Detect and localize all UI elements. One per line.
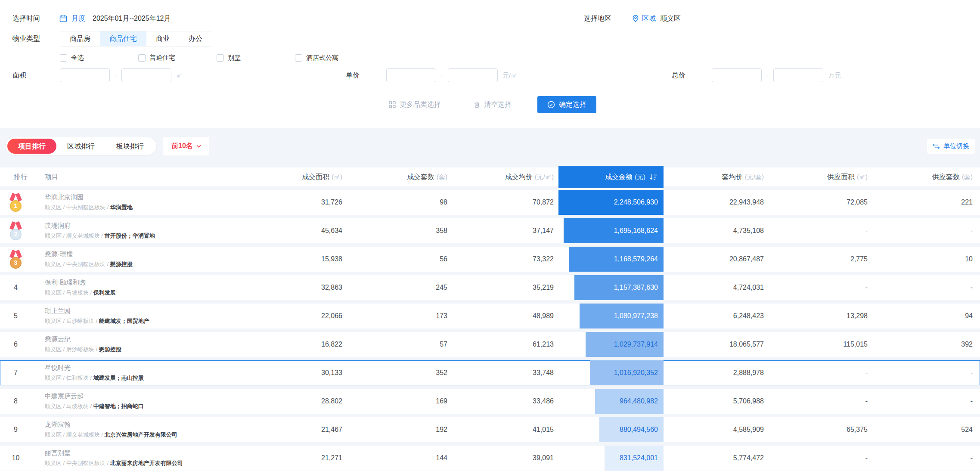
- grid-icon: [389, 101, 396, 108]
- cell-deal-avg-price: 33,486: [447, 397, 558, 405]
- total-price-max-input[interactable]: [773, 68, 823, 82]
- project-developer: 北京丽来房地产开发有限公司: [110, 460, 183, 466]
- cell-deal-amount: 964,480,982: [558, 389, 664, 414]
- project-name: 璞瑅润府: [45, 222, 235, 230]
- location-pin-icon[interactable]: [632, 15, 639, 22]
- unit-switch-button[interactable]: 单位切换: [927, 139, 975, 154]
- cell-deal-avg-price: 73,322: [447, 255, 558, 263]
- rank-number: 10: [10, 454, 22, 462]
- top-n-dropdown[interactable]: 前10名: [163, 137, 209, 155]
- checkbox-label: 别墅: [228, 54, 241, 62]
- table-row[interactable]: 2 2 璞瑅润府 顺义区 / 顺义老城板块 / 首开股份；华润置地 45,634…: [0, 218, 980, 243]
- deal-amount-value: 1,157,387,630: [614, 284, 658, 291]
- table-row[interactable]: 4 4 保利·颐璟和煦 顺义区 / 马坡板块 / 保利发展 32,863 245…: [0, 275, 980, 300]
- time-mode-selector[interactable]: 月度: [71, 14, 85, 23]
- swap-arrows-icon: [933, 143, 940, 149]
- cell-supply-units: -: [868, 454, 980, 462]
- table-row[interactable]: 1 1 华润北京润园 顺义区 / 中央别墅区板块 / 华润置地 31,726 9…: [0, 190, 980, 215]
- project-location: 顺义区 / 顺义老城板块 /: [45, 232, 103, 239]
- property-checkbox-1[interactable]: 普通住宅: [138, 54, 217, 62]
- property-checkbox-3[interactable]: 酒店式公寓: [295, 54, 373, 62]
- checkbox-icon[interactable]: [138, 54, 146, 62]
- area-max-input[interactable]: [121, 68, 171, 82]
- property-type-row: 物业类型 商品房商品住宅商业办公: [0, 31, 980, 46]
- project-location: 顺义区 / 中央别墅区板块 /: [45, 460, 109, 466]
- gold-medal-icon: 1: [10, 193, 22, 212]
- property-checkbox-group: 全选普通住宅别墅酒店式公寓: [60, 53, 980, 63]
- table-row[interactable]: 8 8 中建宸庐云起 顺义区 / 马坡板块 / 中建智地；招商蛇口 28,802…: [0, 389, 980, 414]
- cell-avg-total-price: 6,248,423: [664, 312, 764, 320]
- clear-selection-label: 清空选择: [484, 100, 512, 109]
- more-categories-button[interactable]: 更多品类选择: [389, 98, 441, 112]
- property-type-tab-1[interactable]: 商品住宅: [100, 31, 146, 46]
- region-filter-group: 选择地区 区域 顺义区: [584, 11, 681, 26]
- checkbox-icon[interactable]: [295, 54, 302, 62]
- table-row[interactable]: 3 3 懋源·璟樘 顺义区 / 中央别墅区板块 / 懋源控股 15,938 56…: [0, 247, 980, 272]
- table-body: 1 1 华润北京润园 顺义区 / 中央别墅区板块 / 华润置地 31,726 9…: [0, 190, 980, 471]
- cell-deal-avg-price: 41,015: [447, 426, 558, 434]
- property-checkbox-0[interactable]: 全选: [60, 54, 138, 62]
- cell-deal-amount: 1,157,387,630: [558, 275, 664, 300]
- rank-number: 6: [10, 341, 22, 348]
- property-type-tab-0[interactable]: 商品房: [60, 31, 100, 46]
- cell-deal-units: 56: [342, 255, 447, 263]
- deal-amount-value: 1,080,977,238: [614, 312, 658, 320]
- clear-selection-button[interactable]: 清空选择: [474, 98, 512, 112]
- cell-deal-units: 57: [342, 341, 447, 348]
- chevron-down-icon: [196, 145, 201, 148]
- ranking-tab-1[interactable]: 区域排行: [56, 139, 105, 154]
- project-name: 懋源·璟樘: [45, 250, 235, 258]
- cell-deal-area: 22,066: [235, 312, 342, 320]
- ranking-tab-0[interactable]: 项目排行: [7, 139, 56, 154]
- deal-amount-value: 1,029,737,914: [614, 341, 658, 348]
- cell-avg-total-price: 4,735,108: [664, 227, 764, 235]
- unit-price-unit-label: 元/㎡: [502, 71, 517, 80]
- cell-avg-total-price: 20,867,487: [664, 255, 764, 263]
- project-name: 懋源云纪: [45, 335, 235, 344]
- table-row[interactable]: 9 9 龙湖宸翰 顺义区 / 顺义老城板块 / 北京兴竺房地产开发有限公司 21…: [0, 417, 980, 442]
- rank-number: 8: [10, 397, 22, 405]
- region-scope-selector[interactable]: 区域: [642, 14, 656, 23]
- area-min-input[interactable]: [60, 68, 110, 82]
- total-price-min-input[interactable]: [712, 68, 762, 82]
- table-row[interactable]: 7 7 星悦时光 顺义区 / 仁和板块 / 城建发展；南山控股 30,133 3…: [0, 360, 980, 385]
- total-price-range-group: 总价 - 万元: [672, 68, 841, 83]
- cell-avg-total-price: 22,943,948: [664, 198, 764, 206]
- table-row[interactable]: 5 5 璟上兰园 顺义区 / 后沙峪板块 / 能建城发；国贸地产 22,066 …: [0, 304, 980, 328]
- col-header-deal-amount-sorted[interactable]: 成交金额(元): [558, 166, 664, 188]
- checkbox-icon[interactable]: [217, 54, 224, 62]
- cell-supply-area: -: [764, 284, 868, 291]
- cell-deal-avg-price: 48,989: [447, 312, 558, 320]
- cell-supply-units: 524: [868, 426, 980, 434]
- table-row[interactable]: 10 10 丽宫别墅 顺义区 / 中央别墅区板块 / 北京丽来房地产开发有限公司…: [0, 446, 980, 471]
- col-header-project: 项目: [43, 173, 235, 182]
- cell-deal-units: 352: [342, 369, 447, 377]
- property-checkbox-2[interactable]: 别墅: [217, 54, 295, 62]
- project-name: 龙湖宸翰: [45, 421, 235, 429]
- property-type-tab-3[interactable]: 办公: [179, 31, 212, 46]
- property-type-tab-2[interactable]: 商业: [146, 31, 179, 46]
- project-location: 顺义区 / 仁和板块 /: [45, 375, 92, 381]
- ranking-tab-2[interactable]: 板块排行: [105, 139, 155, 154]
- calendar-icon[interactable]: [59, 15, 67, 22]
- time-range-value[interactable]: 2025年01月--2025年12月: [93, 14, 171, 23]
- time-filter-label: 选择时间: [12, 14, 46, 23]
- confirm-selection-button[interactable]: 确定选择: [537, 96, 596, 113]
- project-developer: 华润置地: [110, 204, 133, 211]
- unit-price-range-group: 单价 - 元/㎡: [346, 68, 517, 83]
- project-name: 华润北京润园: [45, 193, 235, 201]
- unit-price-max-input[interactable]: [448, 68, 498, 82]
- rank-number: 9: [10, 426, 22, 434]
- project-location: 顺义区 / 后沙峪板块 /: [45, 346, 97, 353]
- cell-avg-total-price: 4,724,031: [664, 284, 764, 291]
- unit-price-min-input[interactable]: [386, 68, 436, 82]
- checkbox-icon[interactable]: [60, 54, 67, 62]
- cell-deal-amount: 1,016,920,352: [558, 360, 664, 385]
- deal-amount-bar: 2,248,506,930: [558, 190, 664, 215]
- cell-deal-area: 32,863: [235, 284, 342, 291]
- region-value[interactable]: 顺义区: [660, 14, 681, 23]
- project-developer: 北京兴竺房地产开发有限公司: [105, 431, 177, 438]
- cell-deal-area: 21,467: [235, 426, 342, 434]
- bronze-medal-icon: 3: [10, 250, 22, 269]
- table-row[interactable]: 6 6 懋源云纪 顺义区 / 后沙峪板块 / 懋源控股 16,822 57 61…: [0, 332, 980, 357]
